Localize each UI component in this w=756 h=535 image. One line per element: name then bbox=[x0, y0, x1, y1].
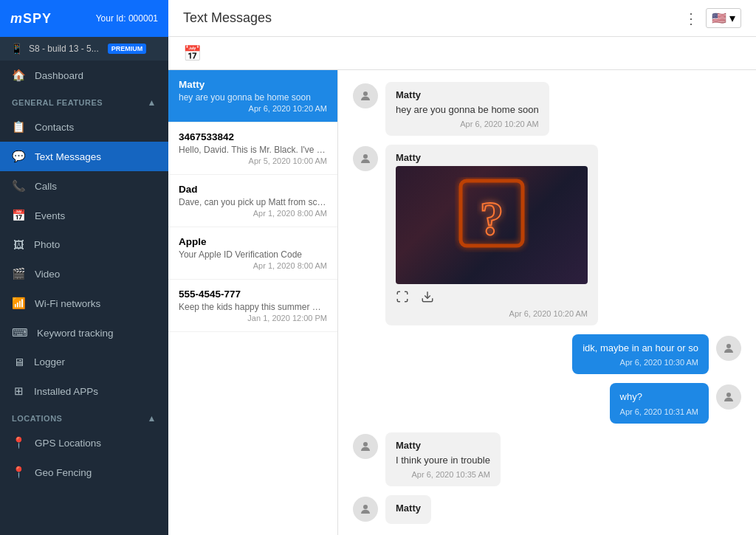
svg-point-7 bbox=[363, 442, 368, 446]
sidebar-item-photo[interactable]: 🖼 Photo bbox=[0, 230, 168, 259]
download-image-button[interactable] bbox=[421, 290, 434, 306]
geofence-icon: 📍 bbox=[12, 466, 26, 479]
contact-time: Jan 1, 2020 12:00 PM bbox=[179, 314, 327, 322]
message-sender: Matty bbox=[396, 152, 588, 163]
contact-preview: hey are you gonna be home soon bbox=[179, 92, 327, 103]
message-text: hey are you gonna be home soon bbox=[396, 103, 539, 117]
more-options-icon[interactable]: ⋮ bbox=[684, 10, 698, 27]
svg-point-0 bbox=[363, 92, 368, 96]
language-selector[interactable]: 🇺🇸 ▾ bbox=[706, 8, 741, 28]
message-sender: Matty bbox=[396, 503, 421, 514]
sidebar-item-text-messages[interactable]: 💬 Text Messages bbox=[0, 142, 168, 171]
contact-item[interactable]: Apple Your Apple ID Verification Code Ap… bbox=[168, 227, 337, 280]
sidebar-item-logger[interactable]: 🖥 Logger bbox=[0, 348, 168, 376]
logger-icon: 🖥 bbox=[12, 356, 25, 368]
message-row: Matty I think youre in trouble Apr 6, 20… bbox=[353, 432, 741, 486]
contact-item[interactable]: Matty hey are you gonna be home soon Apr… bbox=[168, 70, 337, 122]
wifi-icon: 📶 bbox=[12, 297, 26, 310]
message-row: Matty hey are you gonna be home soon Apr… bbox=[353, 82, 741, 136]
device-icon: 📱 bbox=[10, 43, 23, 55]
device-bar: 📱 S8 - build 13 - 5... PREMIUM bbox=[0, 37, 168, 61]
svg-text:?: ? bbox=[480, 192, 504, 245]
avatar bbox=[353, 83, 378, 108]
photo-icon: 🖼 bbox=[12, 238, 25, 251]
top-bar-actions: ⋮ 🇺🇸 ▾ bbox=[684, 8, 741, 28]
sidebar-item-label: Dashboard bbox=[35, 70, 83, 81]
contact-time: Apr 1, 2020 8:00 AM bbox=[179, 261, 327, 270]
message-bubble: why? Apr 6, 2020 10:31 AM bbox=[610, 383, 709, 423]
sidebar-item-events[interactable]: 📅 Events bbox=[0, 201, 168, 230]
contacts-icon: 📋 bbox=[12, 120, 26, 134]
calendar-icon: 📅 bbox=[12, 209, 26, 222]
message-text: I think youre in trouble bbox=[396, 454, 490, 467]
sidebar-item-video[interactable]: 🎬 Video bbox=[0, 259, 168, 289]
contact-preview: Your Apple ID Verification Code bbox=[179, 249, 327, 260]
main-content: Text Messages ⋮ 🇺🇸 ▾ 📅 Matty hey are you… bbox=[168, 0, 756, 535]
contact-name: Dad bbox=[179, 184, 327, 195]
sidebar-item-keyword-tracking[interactable]: ⌨ Keyword tracking bbox=[0, 318, 168, 348]
avatar bbox=[353, 497, 378, 522]
message-bubble: idk, maybe in an hour or so Apr 6, 2020 … bbox=[572, 334, 709, 374]
contact-list: Matty hey are you gonna be home soon Apr… bbox=[168, 70, 338, 535]
expand-image-button[interactable] bbox=[396, 290, 409, 306]
video-icon: 🎬 bbox=[12, 267, 26, 280]
svg-point-5 bbox=[726, 344, 731, 348]
contact-item[interactable]: 555-4545-777 Keep the kids happy this su… bbox=[168, 280, 337, 332]
calendar-button[interactable]: 📅 bbox=[183, 44, 202, 62]
sidebar-item-label: Logger bbox=[34, 356, 65, 367]
gps-icon: 📍 bbox=[12, 436, 26, 449]
sidebar-item-contacts[interactable]: 📋 Contacts bbox=[0, 112, 168, 142]
contact-time: Apr 1, 2020 8:00 AM bbox=[179, 209, 327, 218]
message-row: why? Apr 6, 2020 10:31 AM bbox=[353, 383, 741, 423]
sidebar-item-dashboard[interactable]: 🏠 Dashboard bbox=[0, 61, 168, 90]
svg-point-1 bbox=[363, 154, 368, 159]
phone-icon: 📞 bbox=[12, 179, 26, 193]
sidebar-item-label: Calls bbox=[35, 181, 57, 192]
sidebar-item-label: Video bbox=[35, 269, 60, 280]
sidebar-item-label: Contacts bbox=[35, 122, 74, 133]
apps-icon: ⊞ bbox=[12, 384, 25, 398]
content-area: Matty hey are you gonna be home soon Apr… bbox=[168, 70, 756, 535]
contact-preview: Dave, can you pick up Matt from schoo... bbox=[179, 197, 327, 207]
sidebar-item-gps[interactable]: 📍 GPS Locations bbox=[0, 428, 168, 458]
avatar bbox=[353, 434, 378, 459]
sidebar-item-label: Photo bbox=[34, 239, 60, 250]
contact-item[interactable]: Dad Dave, can you pick up Matt from scho… bbox=[168, 175, 337, 227]
contact-time: Apr 6, 2020 10:20 AM bbox=[179, 104, 327, 113]
dropdown-arrow-icon: ▾ bbox=[729, 11, 735, 25]
chevron-up-icon[interactable]: ▲ bbox=[148, 97, 157, 108]
home-icon: 🏠 bbox=[12, 69, 26, 82]
sidebar-item-label: Keyword tracking bbox=[37, 328, 114, 339]
general-features-section: GENERAL FEATURES ▲ bbox=[0, 90, 168, 112]
top-bar: Text Messages ⋮ 🇺🇸 ▾ bbox=[168, 0, 756, 37]
avatar bbox=[716, 336, 741, 361]
chat-area: Matty hey are you gonna be home soon Apr… bbox=[338, 70, 756, 535]
app-logo: mSPY bbox=[10, 11, 52, 27]
user-id: Your Id: 000001 bbox=[96, 13, 158, 24]
message-time: Apr 6, 2020 10:35 AM bbox=[396, 470, 490, 479]
contact-name: Apple bbox=[179, 236, 327, 247]
flag-icon: 🇺🇸 bbox=[712, 11, 726, 25]
sidebar-item-installed-apps[interactable]: ⊞ Installed APPs bbox=[0, 376, 168, 406]
sidebar-item-label: Geo Fencing bbox=[35, 467, 92, 478]
sidebar-item-label: Wi-Fi networks bbox=[35, 298, 100, 309]
message-image: ? bbox=[396, 166, 588, 284]
message-bubble: Matty hey are you gonna be home soon Apr… bbox=[385, 82, 549, 136]
chevron-up-icon[interactable]: ▲ bbox=[148, 413, 157, 424]
sidebar-item-label: Text Messages bbox=[35, 151, 101, 162]
calendar-bar: 📅 bbox=[168, 37, 756, 70]
message-sender: Matty bbox=[396, 440, 490, 451]
sidebar-item-label: GPS Locations bbox=[35, 438, 101, 449]
message-bubble: Matty bbox=[385, 495, 431, 524]
keyboard-icon: ⌨ bbox=[12, 326, 28, 339]
message-sender: Matty bbox=[396, 89, 539, 100]
contact-time: Apr 5, 2020 10:00 AM bbox=[179, 156, 327, 165]
contact-item[interactable]: 3467533842 Hello, David. This is Mr. Bla… bbox=[168, 122, 337, 175]
premium-badge: PREMIUM bbox=[108, 44, 147, 54]
message-bubble: Matty I think youre in trouble Apr 6, 20… bbox=[385, 432, 501, 486]
sidebar-item-geofencing[interactable]: 📍 Geo Fencing bbox=[0, 458, 168, 487]
avatar bbox=[716, 384, 741, 410]
sidebar-item-calls[interactable]: 📞 Calls bbox=[0, 171, 168, 201]
svg-point-6 bbox=[726, 393, 731, 397]
sidebar-item-wifi[interactable]: 📶 Wi-Fi networks bbox=[0, 289, 168, 318]
